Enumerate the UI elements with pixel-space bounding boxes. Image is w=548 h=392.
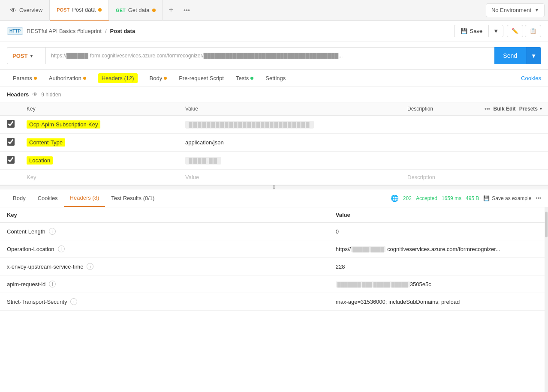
- breadcrumb-separator: /: [105, 28, 107, 34]
- tab-overview-label: Overview: [19, 7, 42, 13]
- url-input[interactable]: [45, 47, 494, 64]
- tab-post-method: POST: [57, 7, 69, 12]
- resp-tab-headers[interactable]: Headers (8): [64, 189, 105, 207]
- response-size: 495 B: [466, 195, 479, 201]
- row-value: ███████ ███ █████ █████3505e5c: [329, 275, 548, 293]
- table-row: apim-request-id i ███████ ███ █████ ████…: [0, 275, 548, 293]
- hidden-count: 9 hidden: [41, 92, 61, 98]
- info-icon[interactable]: i: [70, 298, 77, 305]
- table-row: Location ████.██: [0, 152, 548, 170]
- req-tab-body[interactable]: Body: [144, 70, 173, 87]
- breadcrumb: HTTP RESTful API Basics #blueprint / Pos…: [7, 27, 135, 35]
- chevron-down-icon: ▼: [535, 8, 539, 12]
- comment-icon: 📋: [530, 28, 536, 34]
- row-value: 228: [329, 258, 548, 275]
- col-key: Key: [21, 102, 180, 116]
- resp-tab-body[interactable]: Body: [7, 190, 32, 206]
- table-row: Content-Type application/json: [0, 134, 548, 152]
- resp-col-key: Key: [0, 207, 329, 223]
- save-example-label: Save as example: [492, 195, 531, 201]
- row-key: Content-Length: [7, 228, 45, 235]
- info-icon[interactable]: i: [87, 263, 93, 270]
- save-main-button[interactable]: 💾 Save: [454, 25, 488, 37]
- info-icon[interactable]: i: [49, 228, 56, 235]
- presets-button[interactable]: Presets ▼: [519, 106, 543, 112]
- method-chevron: ▼: [29, 54, 33, 58]
- status-code: 202: [403, 195, 412, 201]
- row-key: Operation-Location: [7, 246, 54, 252]
- row-key: x-envoy-upstream-service-time: [7, 263, 83, 270]
- overview-icon: 👁: [10, 6, 17, 14]
- more-options-button[interactable]: •••: [536, 195, 541, 201]
- headers-section-title: Headers: [7, 91, 29, 98]
- col-description: Description: [402, 102, 479, 116]
- bulk-edit-button[interactable]: Bulk Edit: [494, 106, 516, 112]
- globe-icon: 🌐: [391, 195, 399, 202]
- save-button-group[interactable]: 💾 Save ▼: [454, 25, 503, 37]
- tab-post-dot: [98, 8, 102, 12]
- http-badge: HTTP: [7, 27, 23, 35]
- row3-checkbox[interactable]: [7, 156, 15, 164]
- status-text: Accepted: [416, 195, 437, 201]
- tab-get[interactable]: GET Get data: [109, 0, 163, 21]
- tab-post[interactable]: POST Post data: [50, 0, 109, 21]
- save-label: Save: [470, 28, 482, 34]
- tab-overview[interactable]: 👁 Overview: [3, 0, 50, 21]
- comment-button[interactable]: 📋: [525, 25, 541, 37]
- table-row: Strict-Transport-Security i max-age=3153…: [0, 293, 548, 311]
- breadcrumb-collection: RESTful API Basics #blueprint: [27, 28, 102, 34]
- save-example-button[interactable]: 💾 Save as example: [483, 195, 531, 201]
- tab-get-label: Get data: [128, 7, 150, 13]
- info-icon[interactable]: i: [49, 281, 56, 287]
- edit-button[interactable]: ✏️: [507, 25, 523, 37]
- edit-icon: ✏️: [512, 28, 518, 34]
- row3-value: ████.██: [185, 157, 221, 165]
- more-options-icon[interactable]: •••: [485, 106, 490, 112]
- cookies-link[interactable]: Cookies: [521, 75, 541, 81]
- save-dropdown-button[interactable]: ▼: [488, 25, 503, 37]
- scrollbar-thumb[interactable]: [545, 212, 548, 237]
- table-row: Ocp-Apim-Subscription-Key ██████████████…: [0, 116, 548, 134]
- send-button[interactable]: Send: [494, 47, 526, 64]
- table-row: Operation-Location i https//█████ ████ c…: [0, 240, 548, 258]
- row2-value: application/json: [185, 139, 224, 146]
- req-tab-tests[interactable]: Tests: [230, 70, 259, 87]
- resp-tab-test-results[interactable]: Test Results (0/1): [105, 190, 160, 206]
- resize-handle[interactable]: ⇕: [0, 185, 548, 189]
- row3-key: Location: [27, 156, 53, 165]
- body-dot: [164, 77, 167, 80]
- req-tab-authorization[interactable]: Authorization: [43, 70, 92, 87]
- response-time: 1659 ms: [442, 195, 461, 201]
- presets-chevron: ▼: [539, 107, 543, 111]
- auth-dot: [83, 77, 86, 80]
- resp-col-value: Value: [329, 207, 548, 223]
- req-tab-headers[interactable]: Headers (12): [92, 70, 144, 87]
- info-icon[interactable]: i: [58, 245, 65, 252]
- col-value: Value: [180, 102, 402, 116]
- add-tab-button[interactable]: +: [163, 0, 180, 21]
- req-tab-settings[interactable]: Settings: [259, 70, 292, 87]
- row2-checkbox[interactable]: [7, 138, 15, 146]
- table-row: Content-Length i 0: [0, 223, 548, 240]
- row-value: max-age=31536000; includeSubDomains; pre…: [329, 293, 548, 311]
- chevron-down-icon: ▼: [493, 28, 499, 34]
- tests-dot: [250, 77, 253, 80]
- send-dropdown-button[interactable]: ▼: [526, 47, 541, 64]
- req-tab-params[interactable]: Params: [7, 70, 43, 87]
- more-tabs-button[interactable]: •••: [179, 0, 194, 21]
- params-dot: [34, 77, 37, 80]
- row-key: Strict-Transport-Security: [7, 299, 67, 305]
- tab-get-method: GET: [116, 8, 126, 13]
- req-tab-prerequest[interactable]: Pre-request Script: [173, 70, 230, 87]
- scrollbar[interactable]: [545, 207, 548, 392]
- method-selector[interactable]: POST ▼: [7, 47, 45, 64]
- environment-label: No Environment: [491, 7, 531, 13]
- row1-checkbox[interactable]: [7, 120, 15, 128]
- tab-post-label: Post data: [72, 6, 96, 13]
- row1-value: ███████████████████████████: [185, 121, 314, 129]
- table-row: x-envoy-upstream-service-time i 228: [0, 258, 548, 275]
- table-row-placeholder: Key Value Description: [0, 170, 548, 185]
- resp-tab-cookies[interactable]: Cookies: [32, 190, 64, 206]
- environment-selector[interactable]: No Environment ▼: [486, 3, 545, 17]
- save-icon: 💾: [483, 195, 490, 201]
